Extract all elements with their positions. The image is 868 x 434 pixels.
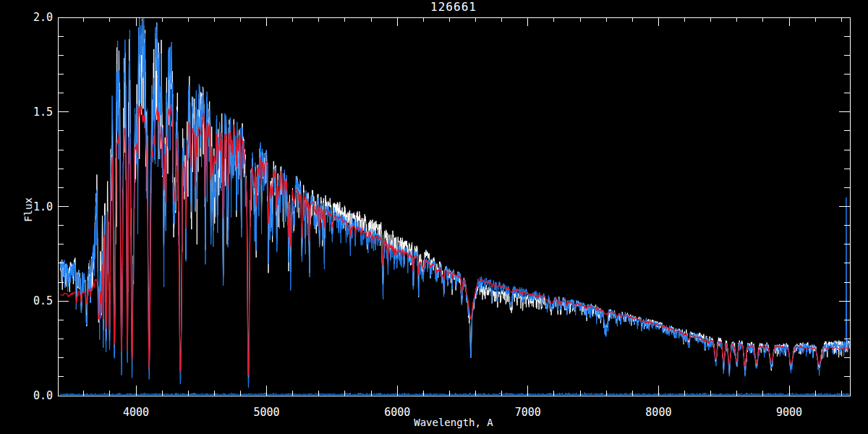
x-tick-label: 5000 xyxy=(254,406,280,419)
spectrum-series-group xyxy=(60,11,849,395)
x-tick-label: 6000 xyxy=(384,406,410,419)
plot-frame xyxy=(58,17,850,396)
series-error-blue xyxy=(60,393,849,395)
y-axis-label: Flux xyxy=(22,197,34,222)
spectrum-plot-window: 126661 4000500060007000800090000.00.51.0… xyxy=(0,0,868,434)
spectrum-chart: 126661 4000500060007000800090000.00.51.0… xyxy=(0,0,868,434)
y-tick-label: 1.0 xyxy=(33,200,53,213)
y-tick-label: 0.5 xyxy=(33,294,53,307)
axes-group xyxy=(58,17,850,396)
x-tick-label: 9000 xyxy=(776,406,802,419)
x-tick-label: 8000 xyxy=(645,406,671,419)
x-tick-label: 7000 xyxy=(515,406,541,419)
y-tick-label: 0.0 xyxy=(33,389,53,402)
chart-title: 126661 xyxy=(430,0,477,14)
y-tick-label: 1.5 xyxy=(33,106,53,119)
x-axis-label: Wavelength, A xyxy=(414,417,493,428)
series-model-red xyxy=(60,106,849,375)
x-tick-label: 4000 xyxy=(123,406,149,419)
y-tick-label: 2.0 xyxy=(33,11,53,24)
